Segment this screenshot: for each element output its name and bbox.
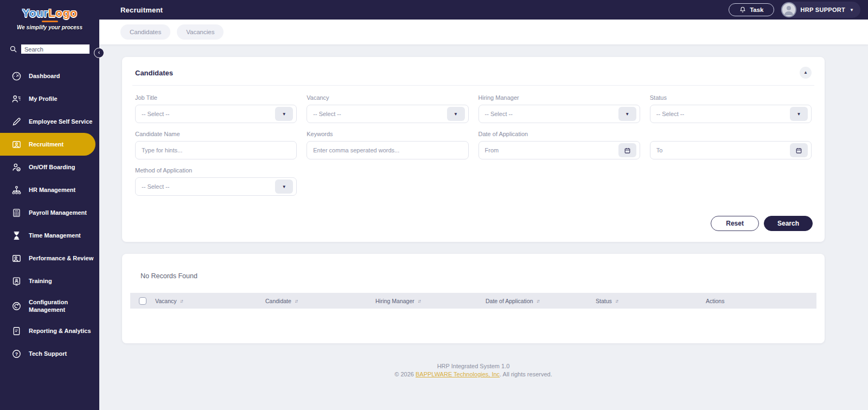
sidebar-item-time-management[interactable]: Time Management: [0, 224, 99, 247]
logo: YourLogo We simplify your process: [0, 0, 99, 30]
column-header-candidate[interactable]: Candidate ↓↑: [265, 298, 375, 304]
calendar-icon[interactable]: [618, 143, 636, 157]
tab-vacancies[interactable]: Vacancies: [177, 24, 224, 40]
presentation-icon: [11, 276, 22, 286]
topbar: Recruitment Task HRP SUPPORT ▼: [99, 0, 868, 20]
status-select[interactable]: -- Select -- ▼: [650, 105, 812, 123]
keywords-input[interactable]: [313, 147, 464, 153]
candidates-filter-card: Candidates ▲ Job Title -- Select -- ▼ Va…: [122, 57, 825, 242]
vacancy-label: Vacancy: [307, 94, 468, 101]
date-to-input[interactable]: [656, 147, 790, 153]
task-button[interactable]: Task: [729, 3, 774, 16]
calendar-icon[interactable]: [790, 143, 808, 157]
card-title: Candidates: [135, 69, 173, 77]
sort-icon[interactable]: ↓↑: [537, 298, 539, 304]
sidebar-menu: Dashboard My Profile Employee Self Servi…: [0, 65, 99, 366]
sidebar-item-performance-review[interactable]: Performance & Review: [0, 247, 99, 270]
method-of-application-label: Method of Application: [135, 167, 297, 174]
search-icon: [9, 44, 18, 54]
sidebar-item-employee-self-service[interactable]: Employee Self Service: [0, 110, 99, 133]
method-of-application-select[interactable]: -- Select -- ▼: [135, 177, 297, 196]
sidebar-item-label: Reporting & Analytics: [29, 327, 91, 335]
sidebar-item-configuration-management[interactable]: Configuration Management: [0, 292, 99, 320]
candidate-name-input[interactable]: [142, 147, 293, 153]
card-collapse-button[interactable]: ▲: [800, 67, 812, 79]
copyright-prefix: © 2026: [394, 371, 416, 377]
user-name: HRP SUPPORT: [801, 7, 846, 13]
sidebar-item-hr-management[interactable]: HR Management: [0, 178, 99, 201]
column-header-actions: Actions: [706, 298, 816, 304]
sidebar-item-tech-support[interactable]: ? Tech Support: [0, 343, 99, 366]
chevron-down-icon[interactable]: ▼: [275, 107, 293, 121]
sidebar-item-label: Payroll Management: [29, 209, 87, 216]
task-button-label: Task: [750, 7, 763, 13]
hourglass-icon: [11, 230, 22, 241]
sidebar-item-my-profile[interactable]: My Profile: [0, 87, 99, 110]
status-field: Status -- Select -- ▼: [650, 94, 812, 123]
search-button[interactable]: Search: [764, 216, 813, 231]
sidebar-item-dashboard[interactable]: Dashboard: [0, 65, 99, 87]
sort-icon[interactable]: ↓↑: [615, 298, 618, 304]
pen-icon: [11, 116, 22, 127]
status-label: Status: [650, 94, 812, 101]
sidebar-item-label: HR Management: [29, 186, 75, 194]
logo-part1: Your: [22, 7, 48, 19]
date-of-application-label: Date of Application: [478, 131, 812, 137]
gear-tool-icon: [11, 300, 22, 311]
chevron-down-icon[interactable]: ▼: [790, 107, 808, 121]
sidebar-item-recruitment[interactable]: Recruitment: [0, 133, 95, 156]
reset-button[interactable]: Reset: [711, 216, 759, 231]
hiring-manager-label: Hiring Manager: [478, 94, 640, 101]
company-link[interactable]: BAPPLWARE Technologies, Inc: [416, 371, 500, 377]
hiring-manager-field: Hiring Manager -- Select -- ▼: [478, 94, 640, 123]
chevron-down-icon[interactable]: ▼: [618, 107, 636, 121]
sidebar-search-input[interactable]: [21, 44, 90, 54]
sidebar-item-label: Training: [29, 277, 52, 285]
sidebar-item-payroll-management[interactable]: Payroll Management: [0, 201, 99, 224]
folder-person-icon: [11, 139, 22, 150]
job-title-label: Job Title: [135, 94, 297, 101]
hiring-manager-select[interactable]: -- Select -- ▼: [478, 105, 640, 123]
job-title-select[interactable]: -- Select -- ▼: [135, 105, 297, 123]
document-icon: [11, 326, 22, 337]
sidebar: YourLogo We simplify your process ‹ Dash…: [0, 0, 99, 410]
sidebar-item-label: Employee Self Service: [29, 118, 92, 125]
date-from-input[interactable]: [485, 147, 618, 153]
sidebar-item-training[interactable]: Training: [0, 270, 99, 292]
org-chart-icon: [11, 184, 22, 195]
keywords-label: Keywords: [307, 131, 468, 137]
date-to-wrapper: [650, 141, 812, 159]
dashboard-gauge-icon: [11, 71, 22, 81]
sidebar-item-label: Dashboard: [29, 72, 60, 80]
vacancy-select[interactable]: -- Select -- ▼: [307, 105, 468, 123]
column-header-vacancy[interactable]: Vacancy ↓↑: [155, 298, 265, 304]
calculator-icon: [11, 207, 22, 218]
sidebar-item-reporting-analytics[interactable]: Reporting & Analytics: [0, 320, 99, 343]
vacancy-field: Vacancy -- Select -- ▼: [307, 94, 468, 123]
avatar: [781, 2, 796, 17]
folder-person-icon: [11, 253, 22, 264]
date-of-application-field: Date of Application: [478, 131, 812, 159]
page-title: Recruitment: [120, 6, 163, 14]
bell-icon: [739, 6, 746, 14]
date-from-wrapper: [478, 141, 640, 159]
method-of-application-field: Method of Application -- Select -- ▼: [135, 167, 297, 196]
chevron-down-icon[interactable]: ▼: [447, 107, 465, 121]
column-header-date-of-application[interactable]: Date of Application ↓↑: [486, 298, 596, 304]
sidebar-item-label: Recruitment: [29, 140, 63, 148]
column-header-hiring-manager[interactable]: Hiring Manager ↓↑: [375, 298, 486, 304]
question-badge-icon: ?: [11, 349, 22, 360]
select-all-checkbox[interactable]: [139, 297, 146, 305]
person-check-icon: [11, 162, 22, 172]
sort-icon[interactable]: ↓↑: [418, 298, 420, 304]
tab-candidates[interactable]: Candidates: [120, 24, 170, 40]
column-header-status[interactable]: Status ↓↑: [596, 298, 706, 304]
sort-icon[interactable]: ↓↑: [180, 298, 183, 304]
sidebar-item-label: Time Management: [29, 232, 81, 239]
sidebar-item-on-off-boarding[interactable]: On/Off Boarding: [0, 156, 99, 178]
chevron-down-icon[interactable]: ▼: [275, 180, 293, 194]
sidebar-collapse-button[interactable]: ‹: [94, 48, 104, 58]
sort-icon[interactable]: ↓↑: [295, 298, 297, 304]
user-menu[interactable]: HRP SUPPORT ▼: [781, 2, 860, 18]
logo-divider: [42, 21, 58, 22]
